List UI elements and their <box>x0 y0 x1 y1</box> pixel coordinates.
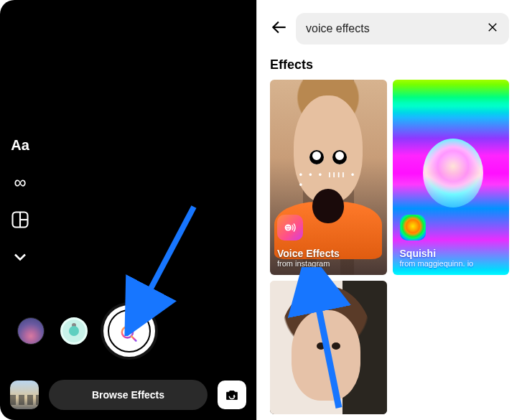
close-icon <box>486 21 499 34</box>
browse-effects-button[interactable]: Browse Effects <box>49 380 208 410</box>
svg-line-4 <box>131 337 136 341</box>
camera-screen: Aa ∞ <box>0 0 256 420</box>
svg-line-5 <box>138 207 194 313</box>
svg-point-9 <box>285 224 292 230</box>
infinity-icon: ∞ <box>14 174 26 191</box>
card-label: Voice Effects from instagram <box>277 248 340 268</box>
search-field[interactable]: voice effects <box>296 13 509 45</box>
search-query: voice effects <box>306 22 370 35</box>
browse-effects-label: Browse Effects <box>92 389 164 401</box>
text-tool[interactable]: Aa <box>10 135 30 155</box>
back-icon <box>270 18 289 37</box>
chevron-down-icon <box>10 247 30 267</box>
card-label: Squishi from maggiequinn. io <box>400 248 474 268</box>
svg-point-11 <box>289 226 290 228</box>
effects-capture-icon <box>108 309 151 353</box>
effect-card-voice-effects[interactable]: • • • ıııı • • Voice Effects from instag… <box>270 80 387 275</box>
filter-tray <box>17 305 155 357</box>
svg-point-10 <box>286 226 288 228</box>
bottom-bar: Browse Effects <box>0 380 256 410</box>
layout-tool[interactable] <box>10 210 30 230</box>
effect-card-squishi[interactable]: Squishi from maggiequinn. io <box>393 80 510 275</box>
card-subtitle: from instagram <box>277 259 340 268</box>
create-tools-column: Aa ∞ <box>10 135 30 267</box>
flip-camera-button[interactable] <box>218 381 246 409</box>
search-row: voice effects <box>257 0 522 52</box>
card-title: Voice Effects <box>277 248 340 259</box>
clear-search-button[interactable] <box>486 21 499 37</box>
card-title: Squishi <box>400 248 474 259</box>
voice-effects-icon <box>277 215 303 241</box>
text-tool-label: Aa <box>11 137 29 154</box>
filter-thumb-2[interactable] <box>60 317 88 345</box>
capture-button[interactable] <box>103 305 155 357</box>
effects-search-screen: voice effects Effects • • • ıııı • • <box>256 0 522 420</box>
effect-card-3[interactable] <box>270 281 387 414</box>
effects-grid: • • • ıııı • • Voice Effects from instag… <box>257 80 522 414</box>
back-button[interactable] <box>270 18 289 39</box>
card-subtitle: from maggiequinn. io <box>400 259 474 268</box>
filter-thumb-1[interactable] <box>17 317 45 345</box>
more-tools[interactable] <box>10 247 30 267</box>
squishi-icon <box>400 215 426 241</box>
audio-wave-icon: • • • ıııı • • <box>299 169 358 190</box>
section-heading: Effects <box>257 52 522 80</box>
card-art <box>423 139 483 207</box>
flip-camera-icon <box>224 387 240 403</box>
gallery-button[interactable] <box>10 381 39 409</box>
boomerang-tool[interactable]: ∞ <box>10 172 30 192</box>
layout-icon <box>10 210 30 230</box>
